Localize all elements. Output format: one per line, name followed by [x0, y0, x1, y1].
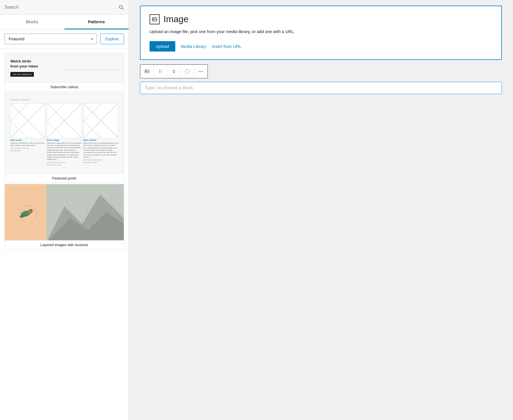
image-block-header: Image [150, 14, 492, 24]
image-toolbar-icon[interactable] [140, 65, 154, 78]
post-title-3: Block: Button [83, 139, 118, 141]
category-selected-label: Featured [9, 37, 91, 41]
pattern-label-layered: Layered images with duotone [5, 240, 124, 249]
tabs: Blocks Patterns [0, 15, 129, 30]
svg-point-25 [159, 70, 160, 71]
svg-point-34 [202, 71, 203, 72]
pattern-preview-layered [5, 184, 124, 240]
post-excerpt-3: Button blocks are not semantically butto… [83, 142, 118, 158]
image-actions: Upload Media Library Insert from URL [150, 41, 492, 52]
pattern-card-layered[interactable]: Layered images with duotone [4, 184, 124, 249]
post-date-3: November 3, 2018 [83, 162, 118, 163]
image-block-description: Upload an image file, pick one from your… [150, 28, 492, 35]
subscribe-title: Watch birds from your inbox [10, 59, 63, 69]
post-title-1: Hello world! [10, 139, 45, 141]
post-read-more-1: Add "read more" link text [10, 147, 45, 149]
post-excerpt-2: Welcome to image alignment! If you recog… [47, 142, 81, 161]
image-block-title: Image [164, 14, 188, 24]
svg-point-32 [199, 71, 200, 72]
layered-bg [5, 184, 52, 240]
move-up-down-icon[interactable] [167, 65, 181, 78]
post-item-3: Block: Button Button blocks are not sema… [83, 103, 118, 165]
drag-icon[interactable] [154, 65, 167, 78]
more-options-icon[interactable] [194, 65, 207, 78]
post-image-placeholder-3 [83, 103, 118, 138]
subscribe-divider [66, 69, 118, 70]
svg-point-31 [185, 69, 189, 73]
category-dropdown[interactable]: Featured ▾ [4, 34, 97, 44]
post-image-placeholder-1 [10, 103, 45, 138]
pattern-label-featured-posts: Featured posts [5, 174, 124, 183]
svg-point-22 [153, 18, 154, 19]
block-toolbar [140, 64, 208, 78]
post-item-2: Block: Image Welcome to image alignment!… [47, 103, 81, 165]
search-bar [0, 0, 129, 15]
svg-point-24 [146, 71, 146, 71]
svg-point-29 [161, 71, 161, 72]
layered-preview [5, 184, 124, 240]
pattern-label-subscribe: Subscribe callout [5, 82, 124, 91]
right-panel: Image Upload an image file, pick one fro… [129, 0, 513, 420]
chevron-down-icon: ▾ [91, 37, 93, 41]
left-panel: Blocks Patterns Featured ▾ Explore Watch… [0, 0, 129, 420]
block-placeholder[interactable]: Type / to choose a block [140, 82, 502, 94]
latest-posts-label: LATEST POSTS [10, 99, 118, 101]
pattern-preview-subscribe: Watch birds from your inbox Join our mai… [5, 53, 124, 82]
insert-from-url-link[interactable]: Insert from URL [212, 44, 241, 49]
pattern-preview-featured-posts: LATEST POSTS Hell [5, 93, 124, 173]
post-image-placeholder-2 [47, 103, 81, 138]
pattern-card-subscribe[interactable]: Watch birds from your inbox Join our mai… [4, 53, 124, 92]
svg-point-33 [200, 71, 201, 72]
post-read-more-3: Add "read more" link text [83, 159, 118, 161]
search-icon [118, 4, 124, 10]
post-read-more-2: Add "read more" link text [47, 162, 81, 163]
svg-point-27 [159, 72, 160, 73]
tab-patterns[interactable]: Patterns [64, 15, 129, 29]
media-library-link[interactable]: Media Library [181, 44, 206, 49]
subscribe-button-preview: Join our mailing list [10, 72, 34, 77]
post-date-1: April 10, 2022 [10, 150, 45, 151]
svg-line-1 [122, 8, 124, 10]
block-placeholder-text: Type / to choose a block [145, 85, 193, 90]
explore-button[interactable]: Explore [100, 34, 124, 44]
svg-point-26 [159, 71, 160, 72]
pattern-card-featured-posts[interactable]: LATEST POSTS Hell [4, 93, 124, 183]
featured-posts-preview: LATEST POSTS Hell [10, 99, 118, 168]
svg-point-28 [161, 70, 161, 71]
image-block: Image Upload an image file, pick one fro… [140, 6, 502, 60]
post-date-2: November 3, 2018 [47, 164, 81, 166]
post-item-1: Hello world! Welcome to WordPress. This … [10, 103, 45, 165]
svg-point-11 [30, 209, 33, 212]
tab-blocks[interactable]: Blocks [0, 15, 64, 29]
posts-grid: Hello world! Welcome to WordPress. This … [10, 103, 118, 165]
upload-button[interactable]: Upload [150, 41, 175, 52]
search-input[interactable] [4, 5, 118, 10]
svg-point-30 [161, 72, 161, 73]
patterns-list: Watch birds from your inbox Join our mai… [0, 48, 129, 255]
image-block-icon [150, 14, 160, 24]
post-title-2: Block: Image [47, 139, 81, 141]
filter-row: Featured ▾ Explore [0, 30, 129, 48]
post-excerpt-1: Welcome to WordPress. This is your first… [10, 142, 45, 147]
circle-dashed-icon[interactable] [181, 65, 194, 78]
layered-fg [46, 184, 124, 240]
